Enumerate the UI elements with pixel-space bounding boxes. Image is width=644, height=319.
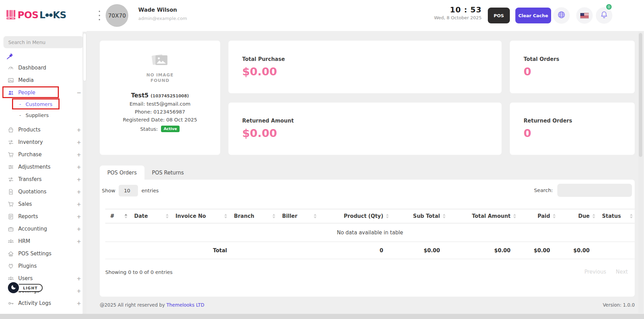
sidebar-item-label: Suppliers	[25, 113, 49, 118]
pos-settings-icon	[8, 251, 14, 257]
sort-arrows-icon	[592, 214, 595, 219]
pos-button[interactable]: POS	[488, 8, 510, 23]
sidebar-item-people[interactable]: People−	[0, 86, 87, 99]
expand-plus-icon[interactable]: +	[77, 238, 81, 245]
tab-pos-orders[interactable]: POS Orders	[100, 166, 144, 180]
us-flag-icon	[580, 13, 589, 19]
sort-arrows-icon	[443, 214, 446, 219]
sidebar-scrollbar-thumb[interactable]	[83, 33, 86, 81]
people-icon	[8, 89, 14, 96]
sidebar-item-customers[interactable]: -Customers	[0, 99, 87, 110]
language-globe-button[interactable]	[553, 7, 570, 24]
sort-arrows-icon	[166, 214, 169, 219]
stat-value: 0	[524, 127, 635, 140]
table-search-input[interactable]	[557, 184, 632, 197]
sidebar-item-adjustments[interactable]: Adjustments+	[0, 161, 87, 173]
sidebar-item-dashboard[interactable]: Dashboard	[0, 62, 87, 74]
locale-flag-button[interactable]	[576, 7, 593, 24]
brand-logo[interactable]: POS LKS	[6, 9, 66, 21]
sidebar-item-accounting[interactable]: Accounting+	[0, 223, 87, 235]
sidebar-item-purchase[interactable]: Purchase+	[0, 148, 87, 161]
theme-toggle[interactable]: LIGHT	[8, 282, 46, 293]
column-header-status[interactable]: Status	[597, 209, 635, 223]
next-page-button[interactable]: Next	[616, 269, 628, 275]
pin-icon[interactable]	[6, 52, 14, 61]
sidebar-item-hrm[interactable]: HRM+	[0, 235, 87, 247]
users-icon	[8, 275, 14, 282]
expand-plus-icon[interactable]: +	[77, 164, 81, 170]
sidebar-menu: DashboardMediaPeople−-Customers-Supplier…	[0, 62, 87, 309]
sidebar-item-pos-settings[interactable]: POS Settings	[0, 247, 87, 260]
column-header-paid[interactable]: Paid	[518, 209, 558, 223]
expand-plus-icon[interactable]: +	[77, 213, 81, 220]
sidebar-item-transfers[interactable]: Transfers+	[0, 173, 87, 185]
collapse-minus-icon[interactable]: −	[77, 89, 81, 96]
moon-icon[interactable]	[8, 282, 19, 293]
expand-plus-icon[interactable]: +	[77, 176, 81, 183]
logo-text-looks: LKS	[40, 10, 66, 20]
expand-plus-icon[interactable]: +	[77, 139, 81, 146]
orders-table-card: Show 10 entries Search: #DateInvoice NoB…	[100, 180, 635, 297]
expand-plus-icon[interactable]: +	[77, 127, 81, 133]
sidebar: POS LKS DashboardMediaPeople−-Customers-…	[0, 0, 87, 319]
user-name: Wade Wilson	[138, 7, 177, 13]
customer-status-label: Status:	[140, 126, 158, 132]
orders-tabs: POS Orders POS Returns	[100, 166, 191, 180]
column-header-total-amount[interactable]: Total Amount	[448, 209, 518, 223]
customer-registered-date: Registered Date: 08 Oct 2025	[123, 117, 197, 123]
user-email: admin@example.com	[138, 16, 187, 21]
expand-plus-icon[interactable]: +	[77, 288, 81, 294]
sidebar-item-label: Quotations	[18, 189, 46, 195]
column-header-branch[interactable]: Branch	[229, 209, 277, 223]
column-header-due[interactable]: Due	[558, 209, 597, 223]
expand-plus-icon[interactable]: +	[77, 275, 81, 282]
vertical-scrollbar[interactable]	[638, 32, 643, 313]
expand-plus-icon[interactable]: +	[77, 189, 81, 195]
sidebar-item-label: Plugins	[18, 263, 37, 269]
expand-plus-icon[interactable]: +	[77, 201, 81, 208]
adjustments-icon	[8, 164, 14, 170]
column-header-date[interactable]: Date	[129, 209, 171, 223]
menu-search-input[interactable]	[3, 36, 83, 48]
column-header--[interactable]: #	[105, 209, 129, 223]
sidebar-item-media[interactable]: Media	[0, 74, 87, 86]
orders-table: #DateInvoice NoBranchBillerProduct (Qty)…	[105, 209, 635, 259]
kebab-menu-icon[interactable]	[98, 11, 101, 20]
entries-select[interactable]: 10	[119, 185, 138, 196]
company-link[interactable]: Themelooks LTD	[167, 302, 204, 308]
sidebar-item-sales[interactable]: Sales+	[0, 198, 87, 210]
sidebar-item-quotations[interactable]: Quotations+	[0, 185, 87, 198]
avatar[interactable]: 70X70	[106, 4, 128, 27]
total-orders-card: Total Orders 0	[510, 41, 635, 93]
clock-time: 10 : 53	[434, 6, 482, 14]
sidebar-item-inventory[interactable]: Inventory+	[0, 136, 87, 148]
vertical-scrollbar-thumb[interactable]	[639, 33, 642, 157]
column-header-sub-total[interactable]: Sub Total	[391, 209, 448, 223]
column-header-invoice-no[interactable]: Invoice No	[171, 209, 229, 223]
column-header-biller[interactable]: Biller	[277, 209, 319, 223]
entries-label: entries	[141, 188, 159, 193]
globe-icon	[557, 11, 566, 20]
showing-entries-text: Showing 0 to 0 of 0 entries	[105, 269, 173, 275]
sidebar-item-label: Dashboard	[18, 65, 46, 71]
clear-cache-button[interactable]: Clear Cache	[515, 8, 551, 23]
expand-plus-icon[interactable]: +	[77, 300, 81, 307]
sidebar-item-reports[interactable]: Reports+	[0, 210, 87, 223]
expand-plus-icon[interactable]: +	[77, 151, 81, 158]
pagination: Previous Next	[584, 269, 628, 275]
horizontal-scrollbar[interactable]	[0, 314, 644, 319]
sidebar-item-suppliers[interactable]: -Suppliers	[0, 110, 87, 121]
column-header-product-qty-[interactable]: Product (Qty)	[319, 209, 391, 223]
inventory-icon	[8, 139, 14, 146]
sidebar-item-label: Transfers	[18, 176, 42, 182]
tab-pos-returns[interactable]: POS Returns	[144, 166, 192, 180]
sidebar-item-activity-logs[interactable]: Activity Logs+	[0, 297, 87, 309]
sidebar-scrollbar[interactable]	[83, 32, 87, 319]
expand-plus-icon[interactable]: +	[77, 226, 81, 232]
stat-label: Returned Amount	[242, 118, 502, 124]
previous-page-button[interactable]: Previous	[584, 269, 606, 275]
no-image-text: NO IMAGE FOUND	[146, 72, 173, 83]
sidebar-item-products[interactable]: Products+	[0, 124, 87, 136]
table-empty-row: No data available in table	[105, 223, 635, 242]
sidebar-item-plugins[interactable]: Plugins	[0, 260, 87, 272]
